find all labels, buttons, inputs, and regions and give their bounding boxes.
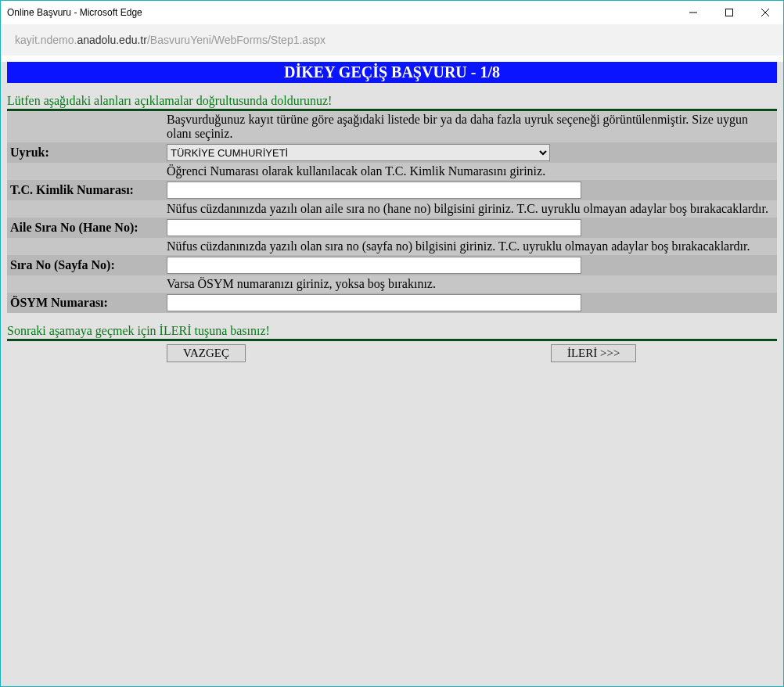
maximize-button[interactable] bbox=[711, 1, 747, 24]
next-step-heading: Sonraki aşamaya geçmek için İLERİ tuşuna… bbox=[7, 324, 777, 341]
tckn-input[interactable] bbox=[167, 182, 581, 199]
hane-label: Aile Sıra No (Hane No): bbox=[7, 218, 164, 238]
sira-description: Nüfus cüzdanınızda yazılı olan sıra no (… bbox=[164, 238, 777, 255]
window-title: Online Başvuru - Microsoft Edge bbox=[7, 7, 142, 18]
uyruk-description: Başvurduğunuz kayıt türüne göre aşağıdak… bbox=[164, 111, 777, 142]
uyruk-label: Uyruk: bbox=[7, 142, 164, 163]
minimize-button[interactable] bbox=[675, 1, 711, 24]
url-prefix: kayit.ndemo. bbox=[15, 34, 77, 46]
sira-label: Sıra No (Sayfa No): bbox=[7, 255, 164, 275]
tckn-label: T.C. Kimlik Numarası: bbox=[7, 180, 164, 200]
page-content: DİKEY GEÇİŞ BAŞVURU - 1/8 Lütfen aşağıda… bbox=[1, 62, 783, 687]
close-button[interactable] bbox=[747, 1, 783, 24]
button-row: VAZGEÇ İLERİ >>> bbox=[7, 344, 777, 362]
form-table: Başvurduğunuz kayıt türüne göre aşağıdak… bbox=[7, 111, 777, 313]
empty-label bbox=[7, 111, 164, 142]
osym-input[interactable] bbox=[167, 294, 581, 311]
cancel-button[interactable]: VAZGEÇ bbox=[167, 344, 246, 362]
osym-description: Varsa ÖSYM numaranızı giriniz, yoksa boş… bbox=[164, 275, 777, 293]
osym-label: ÖSYM Numarası: bbox=[7, 293, 164, 313]
window-controls bbox=[675, 1, 783, 24]
window-titlebar: Online Başvuru - Microsoft Edge bbox=[1, 1, 783, 24]
address-bar[interactable]: kayit.ndemo.anadolu.edu.tr/BasvuruYeni/W… bbox=[1, 24, 783, 56]
page-banner: DİKEY GEÇİŞ BAŞVURU - 1/8 bbox=[7, 62, 777, 83]
svg-rect-1 bbox=[726, 9, 733, 16]
tckn-description: Öğrenci Numarası olarak kullanılacak ola… bbox=[164, 163, 777, 180]
hane-input[interactable] bbox=[167, 219, 581, 236]
uyruk-select[interactable]: TÜRKİYE CUMHURİYETİ bbox=[167, 144, 550, 161]
sira-input[interactable] bbox=[167, 257, 581, 274]
url-path: /BasvuruYeni/WebForms/Step1.aspx bbox=[147, 34, 325, 46]
hane-description: Nüfus cüzdanınızda yazılı olan aile sıra… bbox=[164, 200, 777, 218]
next-button[interactable]: İLERİ >>> bbox=[551, 344, 636, 362]
url-host: anadolu.edu.tr bbox=[77, 34, 147, 46]
instructions-heading: Lütfen aşağıdaki alanları açıklamalar do… bbox=[7, 94, 777, 111]
